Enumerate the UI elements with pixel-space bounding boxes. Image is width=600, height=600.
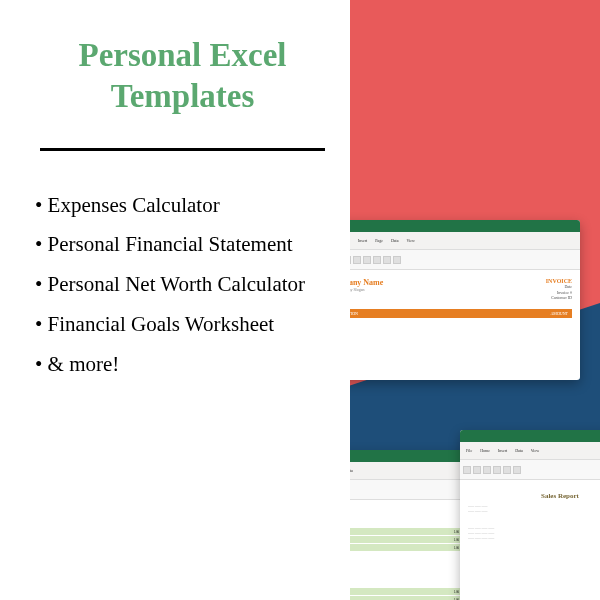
left-content-column: Personal Excel Templates Expenses Calcul… <box>0 0 350 600</box>
title-line-1: Personal Excel <box>78 37 286 73</box>
company-name-label: Company Name <box>350 278 383 287</box>
list-item: Financial Goals Worksheet <box>35 305 330 345</box>
list-item: & more! <box>35 345 330 385</box>
title-line-2: Templates <box>111 78 255 114</box>
list-item: Personal Net Worth Calculator <box>35 265 330 305</box>
excel-toolbar <box>460 460 600 480</box>
excel-titlebar <box>460 430 600 442</box>
excel-ribbon: FileHomeInsertDataView <box>460 442 600 460</box>
page-title: Personal Excel Templates <box>35 35 330 118</box>
excel-titlebar <box>350 450 470 462</box>
title-divider <box>40 148 325 151</box>
sales-heading: Sales Report <box>468 492 600 500</box>
slogan-label: Your Company Slogan <box>350 287 383 292</box>
excel-titlebar <box>350 220 580 232</box>
excel-content-area: Company Name Your Company Slogan INVOICE… <box>350 270 580 326</box>
right-visual-column: FileHomeInsertPageDataView Company Name … <box>350 0 600 600</box>
excel-preview-invoice: FileHomeInsertPageDataView Company Name … <box>350 220 580 380</box>
excel-toolbar <box>350 480 470 500</box>
tailspin-brand-label: Tailspin Toys <box>350 512 462 522</box>
excel-content-area: Tailspin Toys Item1.00 Item1.00 Item1.00… <box>350 500 470 600</box>
excel-ribbon: FileHomeInsertPageDataView <box>350 232 580 250</box>
excel-ribbon: FileHomeInsertData <box>350 462 470 480</box>
excel-content-area: Sales Report —— —— —— —— —— —— —— —— —— … <box>460 480 600 549</box>
list-item: Expenses Calculator <box>35 186 330 226</box>
list-item: Personal Financial Statement <box>35 225 330 265</box>
feature-list: Expenses Calculator Personal Financial S… <box>35 186 330 385</box>
invoice-table-header: DESCRIPTION AMOUNT <box>350 309 572 318</box>
excel-preview-tailspin: FileHomeInsertData Tailspin Toys Item1.0… <box>350 450 470 600</box>
excel-toolbar <box>350 250 580 270</box>
excel-preview-sales: FileHomeInsertDataView Sales Report —— —… <box>460 430 600 600</box>
